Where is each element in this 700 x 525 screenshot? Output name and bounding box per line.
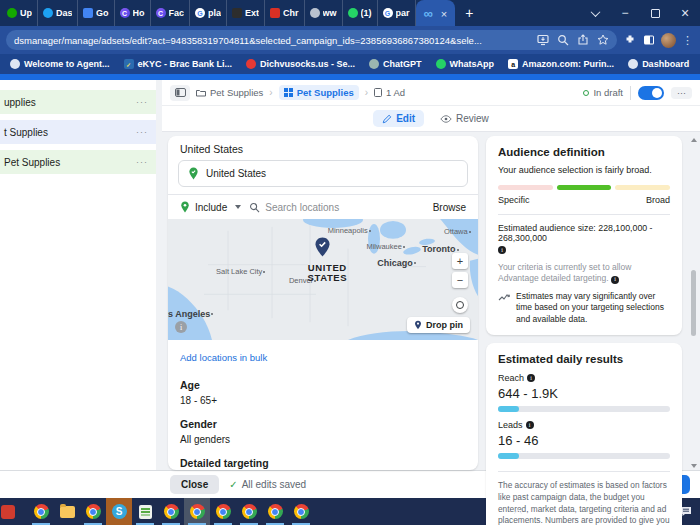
taskbar-file-explorer[interactable] [54,498,80,525]
taskbar-chrome[interactable] [288,498,314,525]
info-icon[interactable] [527,374,535,382]
sidebar-item-adset-selected[interactable]: t Supplies [0,120,156,144]
search-icon [249,202,260,213]
taskbar-chrome[interactable] [158,498,184,525]
daily-results-title: Estimated daily results [498,353,670,365]
info-icon[interactable] [526,421,534,429]
divider [498,214,670,215]
sidebar-item-campaign[interactable]: upplies [0,90,156,114]
bookmark-item[interactable]: eKYC - Brac Bank Li... [124,59,233,69]
row-more-icon[interactable] [136,157,148,167]
selected-location-label: United States [206,168,266,179]
targeting-map[interactable]: Minneapolis Milwaukee Toronto Ottawa Chi… [168,219,478,340]
gauge-current-segment [557,185,612,190]
bookmark-item[interactable]: Dichvusocks.us - Se... [246,59,355,69]
tab-close-icon[interactable] [436,4,447,22]
close-button[interactable]: Close [170,475,219,494]
taskbar-chrome[interactable] [262,498,288,525]
meta-logo-icon [424,4,433,22]
panel-scrollbar[interactable] [690,136,698,470]
row-more-icon[interactable] [136,97,148,107]
c-favicon-icon [120,8,130,18]
locate-button[interactable] [452,297,468,313]
add-locations-bulk-link[interactable]: Add locations in bulk [180,352,267,363]
browser-menu-icon[interactable] [682,34,694,47]
bookmark-item[interactable]: WhatsApp [436,59,495,69]
sidebar-item-ad[interactable]: Pet Supplies [0,150,156,174]
install-app-icon[interactable] [536,34,549,47]
tab-search-button[interactable] [580,0,610,26]
bookmarks-bar: Welcome to Agent... eKYC - Brac Bank Li.… [0,54,700,74]
share-icon[interactable] [576,34,589,47]
map-info-icon[interactable] [175,321,187,333]
gauge-broad-segment [615,185,670,190]
minimize-button[interactable] [610,0,640,26]
bookmark-item[interactable]: Amazon.com: Purin... [508,59,614,69]
browser-tab[interactable]: Das [38,0,78,26]
browser-tab[interactable]: (1) [343,0,378,26]
info-icon[interactable] [611,276,619,284]
browser-tab[interactable]: ww [305,0,343,26]
breadcrumb-campaign[interactable]: Pet Supplies [196,87,263,98]
drop-pin-button[interactable]: Drop pin [407,317,470,333]
taskbar-skype-active[interactable] [106,498,132,525]
zoom-in-button[interactable] [452,253,468,269]
browse-locations-button[interactable]: Browse [433,202,466,213]
taskbar-app-cutoff[interactable] [2,498,28,525]
browser-tab[interactable]: Go [78,0,115,26]
bookmark-item[interactable]: Dashboard [628,59,689,69]
bookmark-item[interactable]: ChatGPT [369,59,422,69]
bookmark-star-icon[interactable] [596,34,609,47]
caret-down-icon[interactable] [235,205,241,209]
include-dropdown[interactable]: Include [195,202,227,213]
browser-tab[interactable]: Chr [265,0,305,26]
browser-tab[interactable]: pla [190,0,227,26]
zoom-icon[interactable] [556,34,569,47]
browser-tab[interactable]: par [378,0,416,26]
selected-location-row[interactable]: United States [178,160,468,187]
bookmark-item[interactable]: Welcome to Agent... [10,59,110,69]
side-panel-icon[interactable] [642,34,655,47]
taskbar-chrome[interactable] [210,498,236,525]
detailed-targeting-label: Detailed targeting [180,457,466,469]
zoom-out-button[interactable] [452,272,468,288]
active-tab-ads-manager[interactable] [416,0,456,26]
taskbar-chrome-active[interactable] [184,498,210,525]
scroll-up-icon[interactable] [691,138,697,142]
chrome-icon [216,504,231,519]
browser-tab[interactable]: Up [2,0,38,26]
breadcrumb-ad[interactable]: 1 Ad [374,87,405,98]
scroll-down-icon[interactable] [691,464,697,468]
browser-tab[interactable]: Ho [115,0,151,26]
tab-edit[interactable]: Edit [373,110,424,127]
taskbar-notepad[interactable] [132,498,158,525]
info-icon[interactable] [498,246,506,254]
browser-tabs: Up Das Go Ho Fac pla Ext Chr ww (1) par [2,0,580,26]
collapse-panel-button[interactable] [170,85,190,101]
taskbar-chrome[interactable] [236,498,262,525]
fluctuation-icon [498,292,511,303]
ads-manager-app: upplies t Supplies Pet Supplies Pet Supp… [0,80,700,470]
chrome-icon [86,504,101,519]
url-text[interactable]: dsmanager/manage/adsets/edit?act=9483583… [14,35,529,46]
location-search-input[interactable] [265,202,427,213]
browser-tab[interactable]: Fac [151,0,191,26]
profile-avatar[interactable] [661,33,676,48]
editor-content: United States United States Include Brow… [162,132,700,470]
gauge-specific-segment [498,185,553,190]
new-tab-button[interactable] [455,5,483,21]
publish-toggle[interactable] [638,86,664,100]
scrollbar-thumb[interactable] [691,270,696,337]
restore-button[interactable] [640,0,670,26]
taskbar-chrome[interactable] [80,498,106,525]
file-explorer-icon [60,506,75,518]
browser-tab[interactable]: Ext [227,0,265,26]
row-more-icon[interactable] [136,127,148,137]
more-options-button[interactable] [671,87,692,99]
taskbar-chrome[interactable] [28,498,54,525]
tab-review[interactable]: Review [440,113,489,124]
extensions-puzzle-icon[interactable] [623,34,636,47]
address-bar[interactable]: dsmanager/manage/adsets/edit?act=9483583… [6,30,617,50]
breadcrumb-adset-active[interactable]: Pet Supplies [279,85,359,100]
close-window-button[interactable] [670,0,700,26]
